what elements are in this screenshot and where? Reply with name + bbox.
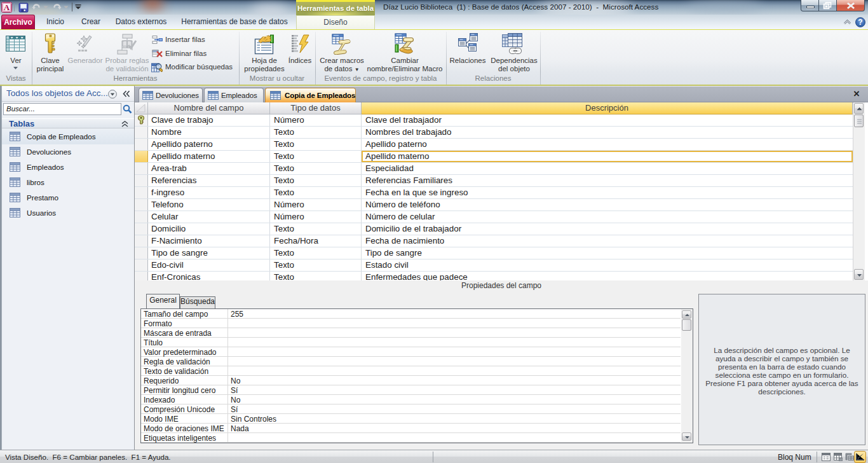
- svg-text:A: A: [4, 3, 10, 12]
